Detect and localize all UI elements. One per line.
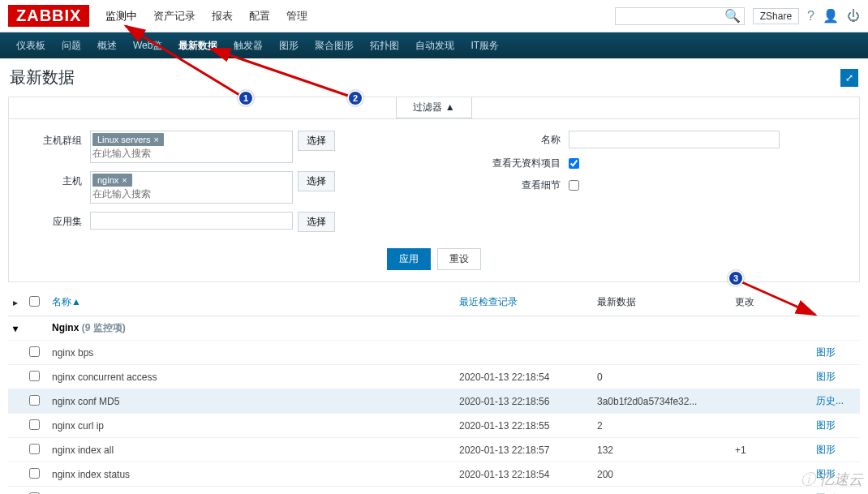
item-change [730, 462, 811, 487]
topmenu-config[interactable]: 配置 [243, 4, 277, 28]
nav-latest-data[interactable]: 最新数据 [170, 32, 226, 59]
nav-screens[interactable]: 聚合图形 [307, 32, 362, 59]
nav-overview[interactable]: 概述 [89, 32, 125, 59]
col-last-data: 最新数据 [592, 289, 730, 316]
item-last-check: 2020-01-13 22:18:54 [454, 462, 592, 487]
item-last-data: 132 [592, 438, 730, 462]
share-button[interactable]: ZShare [753, 8, 799, 24]
nav-maps[interactable]: 拓扑图 [362, 32, 407, 59]
col-checkbox-all[interactable] [24, 289, 47, 316]
col-expand[interactable]: ▸ [8, 289, 24, 316]
nav-discovery[interactable]: 自动发现 [407, 32, 462, 59]
user-icon[interactable]: 👤 [823, 8, 839, 24]
item-last-data: 0 [592, 365, 730, 389]
hostgroup-multiselect[interactable]: Linux servers× [90, 131, 293, 163]
app-select-button[interactable]: 选择 [298, 212, 335, 232]
hostgroup-tag[interactable]: Linux servers× [92, 133, 164, 146]
name-input[interactable] [569, 131, 780, 148]
item-change [730, 341, 811, 365]
item-last-check: 2020-01-13 22:18:57 [454, 438, 592, 462]
row-checkbox[interactable] [29, 346, 40, 357]
search-icon[interactable]: 🔍 [724, 8, 741, 24]
global-search[interactable]: 🔍 [615, 7, 745, 25]
show-empty-checkbox[interactable] [569, 158, 579, 169]
remove-tag-icon[interactable]: × [122, 175, 127, 185]
hostgroup-select-button[interactable]: 选择 [298, 131, 335, 151]
row-checkbox[interactable] [29, 395, 40, 406]
nav-itservices[interactable]: IT服务 [462, 32, 507, 59]
topmenu-reports[interactable]: 报表 [205, 4, 239, 28]
table-row: nginx curl ip 2020-01-13 22:18:55 2 图形 [8, 414, 860, 438]
reset-button[interactable]: 重设 [437, 248, 481, 270]
app-input[interactable] [90, 212, 293, 230]
top-menu: 监测中 资产记录 报表 配置 管理 [99, 4, 614, 28]
item-link[interactable]: 图形 [816, 419, 836, 431]
item-last-check: 2020-01-13 22:18:54 [454, 365, 592, 389]
topmenu-admin[interactable]: 管理 [280, 4, 314, 28]
host-input[interactable] [92, 187, 290, 201]
label-show-empty: 查看无资料项目 [447, 157, 569, 170]
item-change [730, 487, 811, 495]
host-tag[interactable]: nginx× [92, 174, 132, 187]
fullscreen-button[interactable]: ⤢ [840, 69, 858, 87]
item-name: nginx index status [47, 462, 454, 487]
table-row: nginx index all 2020-01-13 22:18:57 132 … [8, 438, 860, 462]
search-input[interactable] [619, 11, 724, 22]
select-all-checkbox[interactable] [29, 296, 40, 307]
nav-web[interactable]: Web监 [125, 32, 170, 59]
host-multiselect[interactable]: nginx× [90, 171, 293, 204]
item-name: Nginx Running status [47, 487, 454, 495]
item-last-data: 2 [592, 414, 730, 438]
hostgroup-input[interactable] [92, 146, 290, 161]
apply-button[interactable]: 应用 [387, 248, 431, 270]
top-bar: ZABBIX 监测中 资产记录 报表 配置 管理 🔍 ZShare ? 👤 ⏻ [0, 0, 868, 32]
item-last-data: 1 [592, 487, 730, 495]
nav-graphs[interactable]: 图形 [271, 32, 307, 59]
row-checkbox[interactable] [29, 468, 40, 479]
sub-nav: 仪表板 问题 概述 Web监 最新数据 触发器 图形 聚合图形 拓扑图 自动发现… [0, 32, 868, 58]
latest-data-table: ▸ 名称▲ 最近检查记录 最新数据 更改 ▾ Nginx (9 监控项) ngi… [8, 289, 860, 494]
help-icon[interactable]: ? [807, 9, 814, 24]
annotation-badge-3: 3 [728, 270, 744, 286]
remove-tag-icon[interactable]: × [153, 135, 158, 144]
table-row: nginx concurrent access 2020-01-13 22:18… [8, 365, 860, 389]
annotation-badge-1: 1 [238, 90, 254, 106]
item-last-data: 3a0b1f2d0a5734fe32... [592, 389, 730, 414]
topmenu-monitoring[interactable]: 监测中 [99, 4, 144, 28]
item-change [730, 389, 811, 414]
col-name[interactable]: 名称▲ [47, 289, 454, 316]
row-checkbox[interactable] [29, 444, 40, 454]
item-link[interactable]: 历史... [816, 395, 844, 406]
item-last-check: 2020-01-13 22:18:56 [454, 389, 592, 414]
item-name: nginx conf MD5 [47, 389, 454, 414]
label-show-detail: 查看细节 [447, 178, 569, 192]
topmenu-inventory[interactable]: 资产记录 [147, 4, 202, 28]
item-link[interactable]: 图形 [816, 346, 836, 358]
table-row: nginx index status 2020-01-13 22:18:54 2… [8, 462, 860, 487]
group-row[interactable]: ▾ Nginx (9 监控项) [8, 316, 860, 341]
item-last-check: 2020-01-13 22:18:55 [454, 414, 592, 438]
page-header: 最新数据 ⤢ [0, 58, 868, 97]
item-change [730, 414, 811, 438]
show-detail-checkbox[interactable] [569, 180, 579, 191]
row-checkbox[interactable] [29, 371, 40, 381]
item-last-check: 2020-01-13 22:19:00 [454, 487, 592, 495]
collapse-icon[interactable]: ▾ [8, 316, 24, 341]
nav-problems[interactable]: 问题 [54, 32, 89, 59]
item-link[interactable]: 图形 [816, 444, 836, 455]
power-icon[interactable]: ⏻ [847, 9, 860, 24]
host-select-button[interactable]: 选择 [298, 171, 335, 191]
label-name: 名称 [447, 133, 569, 147]
row-checkbox[interactable] [29, 419, 40, 430]
item-last-data: 200 [592, 462, 730, 487]
label-hostgroup: 主机群组 [25, 131, 90, 148]
item-name: nginx index all [47, 438, 454, 462]
filter-panel: 过滤器 ▲ 主机群组 Linux servers× 选择 主机 nginx× [8, 97, 860, 282]
nav-dashboard[interactable]: 仪表板 [8, 32, 54, 59]
table-row: Nginx Running status 2020-01-13 22:19:00… [8, 487, 860, 495]
col-last-check[interactable]: 最近检查记录 [454, 289, 592, 316]
item-link[interactable]: 图形 [816, 371, 836, 382]
item-name: nginx bps [47, 341, 454, 365]
nav-triggers[interactable]: 触发器 [226, 32, 271, 59]
filter-toggle[interactable]: 过滤器 ▲ [396, 97, 471, 118]
